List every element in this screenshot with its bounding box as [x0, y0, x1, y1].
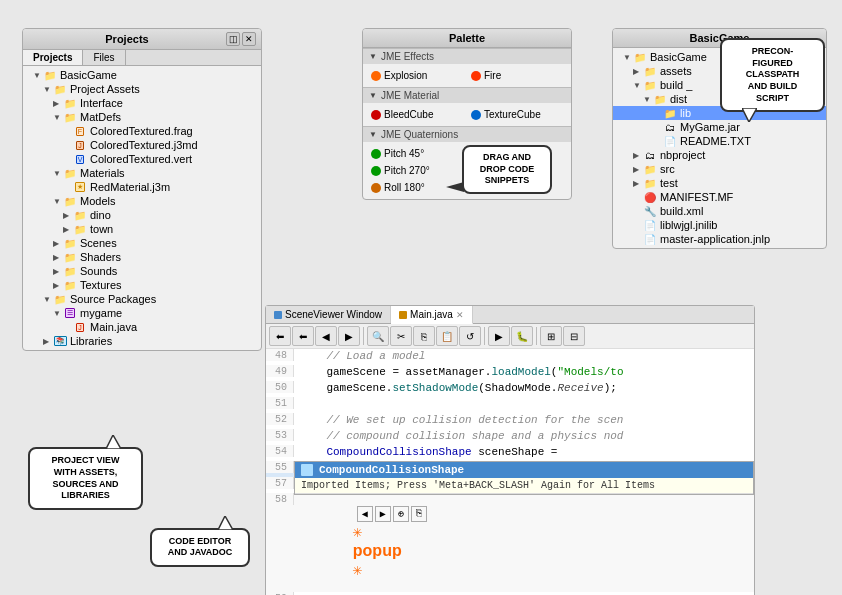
- tree-item-shaders[interactable]: ▶ 📁 Shaders: [23, 250, 261, 264]
- asterisk-right: ✳: [353, 562, 363, 580]
- toolbar-btn-expand[interactable]: ⊞: [540, 326, 562, 346]
- folder-icon-models: 📁: [63, 195, 77, 207]
- icon-file-jnilib: 📄: [643, 219, 657, 231]
- label-matdefs: MatDefs: [80, 111, 121, 123]
- bubble-preconfig: PRECON-FIGUREDCLASSPATHAND BUILDSCRIPT: [720, 38, 825, 112]
- palette-item-texturecube[interactable]: TextureCube: [467, 107, 565, 122]
- autocomplete-popup[interactable]: CompoundCollisionShape Imported Items; P…: [294, 461, 754, 495]
- tree-item-project-assets[interactable]: ▼ 📁 Project Assets: [23, 82, 261, 96]
- file-tree-src[interactable]: ▶ 📁 src: [613, 162, 826, 176]
- dot-texturecube: [471, 110, 481, 120]
- tree-item-j3md[interactable]: J ColoredTextured.j3md: [23, 138, 261, 152]
- tree-item-interface[interactable]: ▶ 📁 Interface: [23, 96, 261, 110]
- toolbar-btn-undo[interactable]: ↺: [459, 326, 481, 346]
- palette-section-jme-effects[interactable]: ▼ JME Effects: [363, 48, 571, 64]
- sep3: [536, 327, 537, 345]
- toolbar-btn-forward[interactable]: ⬅: [292, 326, 314, 346]
- icon-file-readme: 📄: [663, 135, 677, 147]
- section-label-quaternions: JME Quaternions: [381, 129, 458, 140]
- toolbar-btn-collapse[interactable]: ⊟: [563, 326, 585, 346]
- arrow-basicgame: ▼: [33, 71, 43, 80]
- close-btn[interactable]: ✕: [242, 32, 256, 46]
- arrow-project-assets: ▼: [43, 85, 53, 94]
- toolbar-btn-debug[interactable]: 🐛: [511, 326, 533, 346]
- tree-item-source-packages[interactable]: ▼ 📁 Source Packages: [23, 292, 261, 306]
- tree-item-town[interactable]: ▶ 📁 town: [23, 222, 261, 236]
- arrow-libraries: ▶: [43, 337, 53, 346]
- toolbar-btn-copy[interactable]: ⎘: [413, 326, 435, 346]
- file-tree-jnilib[interactable]: 📄 liblwjgl.jnilib: [613, 218, 826, 232]
- toolbar-btn-cut[interactable]: ✂: [390, 326, 412, 346]
- label-fire: Fire: [484, 70, 501, 81]
- palette-item-fire[interactable]: Fire: [467, 68, 565, 83]
- label-mygame: mygame: [80, 307, 122, 319]
- folder-icon-town: 📁: [73, 223, 87, 235]
- tree-item-materials[interactable]: ▼ 📁 Materials: [23, 166, 261, 180]
- file-tree-jnlp[interactable]: 📄 master-application.jnlp: [613, 232, 826, 246]
- tab-close-main[interactable]: ✕: [456, 310, 464, 320]
- tab-scene-viewer[interactable]: SceneViewer Window: [266, 306, 391, 323]
- tree-item-j3m[interactable]: ★ RedMaterial.j3m: [23, 180, 261, 194]
- file-tree-readme[interactable]: 📄 README.TXT: [613, 134, 826, 148]
- palette-item-pitch45[interactable]: Pitch 45°: [367, 146, 465, 161]
- linecontent-50: gameScene.setShadowMode(ShadowMode.Recei…: [294, 381, 754, 394]
- folder-icon-textures: 📁: [63, 279, 77, 291]
- tree-item-models[interactable]: ▼ 📁 Models: [23, 194, 261, 208]
- file-tree-mygamejar[interactable]: 🗂 MyGame.jar: [613, 120, 826, 134]
- tree-item-mainjava[interactable]: J Main.java: [23, 320, 261, 334]
- tree-item-frag[interactable]: F ColoredTextured.frag: [23, 124, 261, 138]
- file-tree-buildxml[interactable]: 🔧 build.xml: [613, 204, 826, 218]
- file-tree-manifest[interactable]: 🔴 MANIFEST.MF: [613, 190, 826, 204]
- bubble-dragdrop-text: DRAG ANDDROP CODESNIPPETS: [480, 152, 534, 185]
- minimize-btn[interactable]: ◫: [226, 32, 240, 46]
- label-file-assets: assets: [660, 65, 692, 77]
- nav-btn-copy[interactable]: ⎘: [411, 506, 427, 522]
- palette-item-explosion[interactable]: Explosion: [367, 68, 465, 83]
- icon-file-buildxml: 🔧: [643, 205, 657, 217]
- dot-bleedcube: [371, 110, 381, 120]
- palette-section-jme-quaternions[interactable]: ▼ JME Quaternions: [363, 126, 571, 142]
- nav-btn-next[interactable]: ▶: [375, 506, 391, 522]
- tree-item-vert[interactable]: V ColoredTextured.vert: [23, 152, 261, 166]
- tree-item-libraries[interactable]: ▶ 📚 Libraries: [23, 334, 261, 348]
- linecontent-53: // compound collision shape and a physic…: [294, 429, 754, 442]
- toolbar-btn-run[interactable]: ▶: [488, 326, 510, 346]
- tab-projects[interactable]: Projects: [23, 50, 83, 65]
- file-tree-test[interactable]: ▶ 📁 test: [613, 176, 826, 190]
- palette-item-pitch270[interactable]: Pitch 270°: [367, 163, 465, 178]
- tree-item-dino[interactable]: ▶ 📁 dino: [23, 208, 261, 222]
- toolbar-btn-back[interactable]: ⬅: [269, 326, 291, 346]
- palette-section-jme-material[interactable]: ▼ JME Material: [363, 87, 571, 103]
- tab-main-java[interactable]: Main.java ✕: [391, 306, 473, 324]
- tree-item-matdefs[interactable]: ▼ 📁 MatDefs: [23, 110, 261, 124]
- file-tree-nbproject[interactable]: ▶ 🗂 nbproject: [613, 148, 826, 162]
- toolbar-btn-search[interactable]: 🔍: [367, 326, 389, 346]
- tree-item-basicgame[interactable]: ▼ 📁 BasicGame: [23, 68, 261, 82]
- arrow-sounds: ▶: [53, 267, 63, 276]
- toolbar-btn-paste[interactable]: 📋: [436, 326, 458, 346]
- label-file-nbproject: nbproject: [660, 149, 705, 161]
- linenum-58: 58: [266, 493, 294, 505]
- folder-icon-file-build: 📁: [643, 79, 657, 91]
- tree-item-sounds[interactable]: ▶ 📁 Sounds: [23, 264, 261, 278]
- tab-label-scene: SceneViewer Window: [285, 309, 382, 320]
- label-sounds: Sounds: [80, 265, 117, 277]
- autocomplete-class-name: CompoundCollisionShape: [319, 464, 464, 476]
- arrow-scenes: ▶: [53, 239, 63, 248]
- panel-controls: ◫ ✕: [226, 32, 256, 46]
- toolbar-btn-back2[interactable]: ◀: [315, 326, 337, 346]
- toolbar-btn-fwd2[interactable]: ▶: [338, 326, 360, 346]
- arrow-town: ▶: [63, 225, 73, 234]
- autocomplete-hint: Imported Items; Press 'Meta+BACK_SLASH' …: [295, 478, 753, 494]
- nav-btn-prev[interactable]: ◀: [357, 506, 373, 522]
- tree-item-mygame[interactable]: ▼ ☰ mygame: [23, 306, 261, 320]
- nav-btn-expand[interactable]: ⊕: [393, 506, 409, 522]
- tab-files[interactable]: Files: [83, 50, 125, 65]
- label-file-basicgame: BasicGame: [650, 51, 707, 63]
- label-file-readme: README.TXT: [680, 135, 751, 147]
- tree-item-textures[interactable]: ▶ 📁 Textures: [23, 278, 261, 292]
- palette-item-bleedcube[interactable]: BleedCube: [367, 107, 465, 122]
- code-line-58: 58 ◀ ▶ ⊕ ⎘ ✳ popup ✳: [266, 493, 754, 592]
- label-mainjava: Main.java: [90, 321, 137, 333]
- tree-item-scenes[interactable]: ▶ 📁 Scenes: [23, 236, 261, 250]
